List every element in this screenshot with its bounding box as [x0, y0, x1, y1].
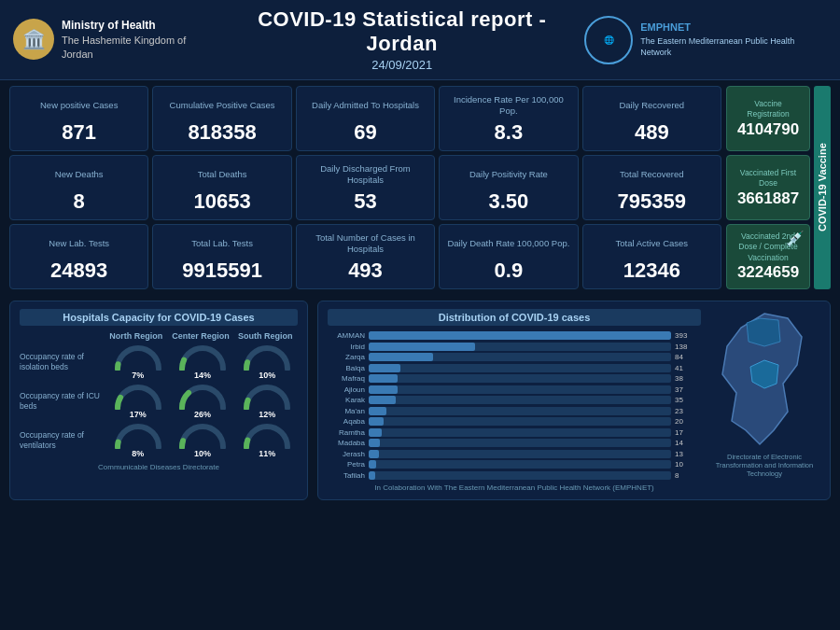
- stat-card: Total Number of Cases in Hospitals493: [296, 224, 435, 289]
- org-info: 🏛️ Ministry of Health The Hashemite King…: [13, 18, 219, 63]
- svg-marker-2: [747, 318, 780, 346]
- gauge: [114, 344, 162, 371]
- hospital-capacity-title: Hospitals Capacity for COVID-19 Cases: [20, 309, 298, 326]
- city-bar: [369, 471, 375, 480]
- org-logo: 🏛️: [13, 19, 54, 60]
- city-bar-wrap: [369, 471, 671, 480]
- city-value: 37: [675, 385, 701, 394]
- hospital-capacity: Hospitals Capacity for COVID-19 Cases No…: [9, 301, 308, 500]
- stat-value: 3.50: [447, 189, 569, 214]
- region-south: South Region: [233, 331, 298, 341]
- stat-value: 818358: [161, 120, 283, 145]
- capacity-row-label: Occupancy rate of isolation beds: [20, 352, 104, 372]
- city-value: 14: [675, 439, 701, 447]
- city-bar: [369, 417, 384, 426]
- stat-label: New positive Cases: [18, 92, 140, 119]
- region-center: Center Region: [168, 331, 232, 341]
- emphnet-name: EMPHNET: [640, 21, 691, 33]
- distribution-row: Zarqa 84: [328, 353, 701, 361]
- city-value: 23: [675, 407, 701, 415]
- gauge-value: 26%: [194, 410, 211, 419]
- city-bar-wrap: [369, 417, 671, 426]
- city-bar: [369, 385, 398, 394]
- stat-card: Daily Recovered489: [582, 86, 721, 151]
- report-date: 24/09/2021: [219, 58, 584, 72]
- vaccine-card-value: 4104790: [734, 120, 803, 139]
- gauge-value: 10%: [194, 449, 211, 458]
- stat-value: 9915591: [161, 259, 283, 283]
- hospital-footer: Communicable Diseases Directorate: [20, 463, 298, 471]
- stat-value: 0.9: [447, 259, 569, 283]
- page-header: 🏛️ Ministry of Health The Hashemite King…: [0, 0, 840, 80]
- stat-value: 8: [18, 189, 140, 214]
- vaccine-cards: Vaccine Registration4104790Vaccinated Fi…: [726, 86, 810, 289]
- stats-grid: New positive Cases871Cumulative Positive…: [9, 86, 721, 289]
- gauge-wrap: 8%: [107, 423, 168, 458]
- city-name: Aqaba: [328, 417, 365, 426]
- stat-value: 12346: [591, 259, 713, 283]
- city-bar: [369, 331, 671, 340]
- city-bar: [369, 364, 400, 372]
- city-bar: [369, 374, 398, 383]
- gauge: [178, 423, 227, 449]
- city-bar: [369, 343, 475, 351]
- stat-label: Total Number of Cases in Hospitals: [304, 231, 427, 257]
- gauge: [243, 384, 291, 410]
- stat-card: Daily Admitted To Hospitals69: [296, 86, 435, 151]
- stat-label: Daily Recovered: [591, 92, 713, 119]
- city-bar-wrap: [369, 364, 671, 372]
- vaccine-card-label: Vaccinated First Dose: [734, 167, 803, 189]
- gauge-value: 7%: [132, 371, 144, 380]
- gauge-wrap: 10%: [172, 423, 232, 458]
- bottom-section: Hospitals Capacity for COVID-19 Cases No…: [0, 297, 840, 504]
- city-bar-wrap: [369, 374, 671, 383]
- stat-label: Total Recovered: [591, 161, 713, 188]
- city-bar: [369, 450, 379, 458]
- city-bar: [369, 428, 382, 437]
- stat-value: 489: [591, 120, 713, 145]
- gauge-wrap: 10%: [237, 344, 298, 380]
- stat-value: 53: [304, 189, 427, 214]
- gauge-wrap: 14%: [172, 344, 232, 380]
- stat-label: Cumulative Positive Cases: [161, 92, 283, 119]
- city-name: Petra: [328, 460, 365, 469]
- city-name: Madaba: [328, 439, 365, 447]
- distribution-section: Distribution of COVID-19 cases AMMAN 393…: [317, 301, 831, 500]
- city-bar: [369, 353, 433, 361]
- jordan-map: Directorate of Electronic Transformation…: [708, 309, 820, 492]
- stat-label: Daily Discharged From Hospitals: [304, 161, 427, 188]
- stat-card: Daily Positivity Rate3.50: [439, 155, 578, 220]
- stat-card: New Deaths8: [9, 155, 148, 220]
- stat-value: 871: [18, 120, 140, 145]
- org-name: Ministry of Health: [62, 19, 156, 32]
- distribution-row: Ajloun 37: [328, 385, 701, 394]
- city-bar: [369, 460, 376, 469]
- city-value: 8: [675, 471, 701, 480]
- distribution-row: Jerash 13: [328, 450, 701, 458]
- distribution-row: Tafilah 8: [328, 471, 701, 480]
- city-bar: [369, 396, 396, 404]
- report-title: COVID-19 Statistical report - Jordan: [219, 7, 584, 56]
- stat-card: Incidence Rate Per 100,000 Pop.8.3: [439, 86, 578, 151]
- org-sub: The Hashemite Kingdom of Jordan: [62, 35, 186, 60]
- city-name: Tafilah: [328, 471, 365, 480]
- distribution-row: Madaba 14: [328, 439, 701, 447]
- gauge-value: 17%: [130, 410, 147, 419]
- gauge: [178, 344, 227, 371]
- vaccine-label: COVID-19 Vaccine: [814, 86, 831, 289]
- stat-value: 8.3: [447, 120, 569, 145]
- distribution-bars: Distribution of COVID-19 cases AMMAN 393…: [328, 309, 701, 492]
- city-value: 35: [675, 396, 701, 404]
- stat-value: 493: [304, 259, 427, 283]
- region-north: North Region: [104, 331, 168, 341]
- city-bar: [369, 407, 386, 415]
- city-value: 10: [675, 460, 701, 469]
- distribution-row: Aqaba 20: [328, 417, 701, 426]
- gauge-wrap: 17%: [107, 384, 168, 419]
- capacity-row: Occupancy rate of ventilators 8% 10% 11%: [20, 423, 298, 458]
- city-value: 38: [675, 374, 701, 383]
- stat-card: Total Active Cases12346: [582, 224, 721, 289]
- stat-value: 69: [304, 120, 427, 145]
- org-text: Ministry of Health The Hashemite Kingdom…: [62, 18, 219, 63]
- city-name: Ramtha: [328, 428, 365, 437]
